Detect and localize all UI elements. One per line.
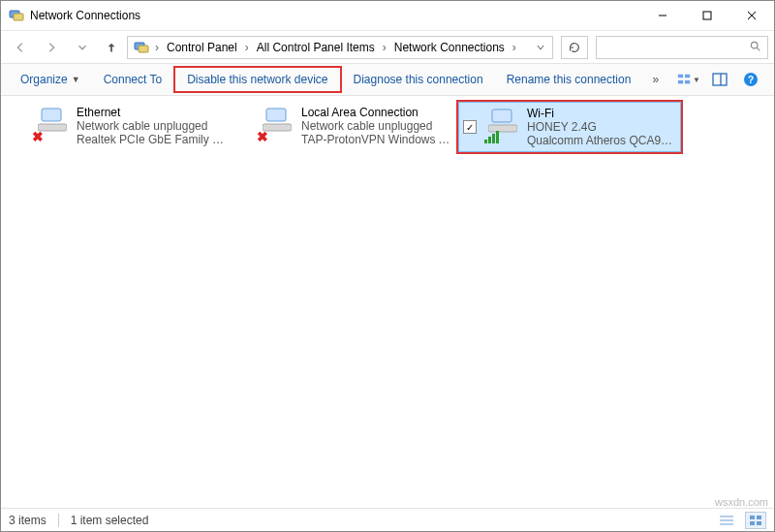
svg-rect-10 xyxy=(678,75,683,78)
network-connections-window: Network Connections › Control Panel › Al… xyxy=(0,0,775,532)
connection-name: Wi-Fi xyxy=(527,107,676,120)
connection-status: Network cable unplugged xyxy=(301,119,452,133)
minimize-button[interactable] xyxy=(640,1,685,30)
chevron-right-icon[interactable]: › xyxy=(243,41,251,54)
preview-pane-button[interactable] xyxy=(708,68,731,91)
search-icon xyxy=(749,40,761,55)
item-checkbox[interactable]: ✓ xyxy=(463,120,477,134)
recent-locations-button[interactable] xyxy=(69,35,96,60)
command-bar: Organize▼ Connect To Disable this networ… xyxy=(1,63,774,96)
status-selected-count: 1 item selected xyxy=(71,514,149,527)
watermark: wsxdn.com xyxy=(715,496,768,508)
signal-icon xyxy=(484,130,502,143)
svg-rect-34 xyxy=(757,521,761,525)
help-button[interactable]: ? xyxy=(739,68,762,91)
organize-button[interactable]: Organize▼ xyxy=(9,66,92,93)
search-input[interactable] xyxy=(596,36,768,59)
breadcrumb-network-connections[interactable]: Network Connections xyxy=(388,37,511,58)
connections-list: ✖ Ethernet Network cable unplugged Realt… xyxy=(1,96,774,508)
svg-rect-12 xyxy=(678,80,683,84)
svg-rect-26 xyxy=(492,134,495,143)
svg-rect-31 xyxy=(750,516,755,519)
svg-rect-11 xyxy=(685,75,690,78)
connect-to-button[interactable]: Connect To xyxy=(92,66,174,93)
connection-status: Network cable unplugged xyxy=(77,119,228,133)
title-bar: Network Connections xyxy=(1,1,774,30)
address-dropdown[interactable] xyxy=(531,43,550,52)
large-icons-view-button[interactable] xyxy=(745,512,766,529)
disable-device-button[interactable]: Disable this network device xyxy=(173,66,341,93)
svg-point-8 xyxy=(751,42,758,48)
network-adapter-icon: ✖ xyxy=(257,106,295,144)
connection-name: Local Area Connection xyxy=(301,106,452,119)
connection-device: Qualcomm Atheros QCA9377... xyxy=(527,134,676,147)
window-icon xyxy=(9,8,24,23)
svg-rect-14 xyxy=(713,74,727,85)
refresh-button[interactable] xyxy=(561,36,588,59)
connection-item-wifi[interactable]: ✓ Wi-Fi HONEY 2.4G Qualcomm Atheros QCA9… xyxy=(458,102,681,152)
svg-rect-27 xyxy=(496,131,499,143)
navigation-bar: › Control Panel › All Control Panel Item… xyxy=(1,30,774,63)
view-options-button[interactable]: ▼ xyxy=(677,68,700,91)
connection-device: TAP-ProtonVPN Windows Ad... xyxy=(301,133,452,146)
network-adapter-icon: ✖ xyxy=(32,106,71,144)
error-x-icon: ✖ xyxy=(32,129,44,144)
svg-rect-22 xyxy=(492,110,512,122)
svg-rect-3 xyxy=(703,12,711,19)
svg-text:?: ? xyxy=(748,75,754,85)
maximize-button[interactable] xyxy=(685,1,729,30)
back-button[interactable] xyxy=(7,35,34,60)
status-bar: 3 items 1 item selected xyxy=(1,508,774,531)
breadcrumb-all-items[interactable]: All Control Panel Items xyxy=(251,37,381,58)
svg-rect-1 xyxy=(14,14,23,20)
connection-status: HONEY 2.4G xyxy=(527,120,676,134)
up-button[interactable] xyxy=(100,36,123,59)
svg-rect-7 xyxy=(139,46,148,52)
svg-rect-32 xyxy=(757,516,761,519)
details-view-button[interactable] xyxy=(716,512,737,529)
connection-name: Ethernet xyxy=(77,106,228,119)
chevron-right-icon[interactable]: › xyxy=(381,41,388,54)
network-adapter-icon xyxy=(482,107,521,145)
connection-item-local-area[interactable]: ✖ Local Area Connection Network cable un… xyxy=(233,102,456,152)
status-item-count: 3 items xyxy=(9,514,46,527)
connection-item-ethernet[interactable]: ✖ Ethernet Network cable unplugged Realt… xyxy=(9,102,232,152)
svg-line-9 xyxy=(757,47,760,50)
more-commands-button[interactable]: » xyxy=(642,73,668,86)
chevron-right-icon[interactable]: › xyxy=(511,41,518,54)
svg-rect-20 xyxy=(266,109,286,121)
svg-rect-13 xyxy=(685,80,690,84)
svg-rect-33 xyxy=(750,521,755,525)
window-title: Network Connections xyxy=(30,9,140,22)
diagnose-button[interactable]: Diagnose this connection xyxy=(342,66,495,93)
connection-device: Realtek PCIe GbE Family Cont... xyxy=(77,133,228,146)
close-button[interactable] xyxy=(729,1,774,30)
address-icon xyxy=(134,40,149,55)
rename-button[interactable]: Rename this connection xyxy=(495,66,643,93)
error-x-icon: ✖ xyxy=(257,129,268,144)
svg-rect-24 xyxy=(484,140,487,143)
address-bar[interactable]: › Control Panel › All Control Panel Item… xyxy=(127,36,553,59)
chevron-right-icon[interactable]: › xyxy=(153,41,161,54)
breadcrumb-control-panel[interactable]: Control Panel xyxy=(161,37,243,58)
svg-rect-25 xyxy=(488,137,491,143)
forward-button[interactable] xyxy=(38,35,65,60)
svg-rect-18 xyxy=(42,109,61,121)
